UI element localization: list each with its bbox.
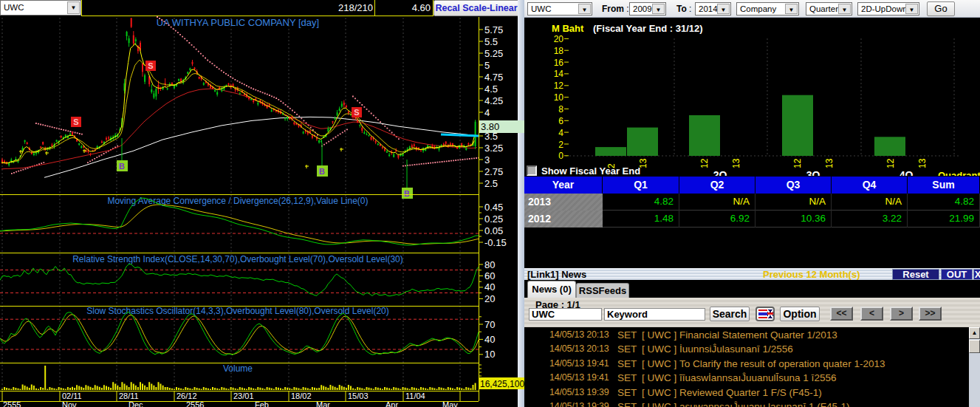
svg-text:4.5: 4.5: [484, 83, 498, 95]
svg-text:0.05: 0.05: [484, 225, 503, 236]
svg-text:Relative Strength Index(CLOSE,: Relative Strength Index(CLOSE,14,30,70),…: [72, 254, 403, 264]
svg-text:Volume: Volume: [223, 363, 253, 374]
svg-text:10: 10: [554, 92, 564, 103]
svg-text:2555: 2555: [3, 400, 21, 407]
svg-text:8: 8: [558, 104, 563, 114]
svg-text:Mar: Mar: [316, 400, 330, 407]
svg-text:12: 12: [792, 158, 803, 168]
svg-text:B: B: [319, 167, 325, 176]
svg-text:4: 4: [558, 128, 563, 138]
svg-text:11/04: 11/04: [405, 391, 425, 400]
svg-text:40: 40: [484, 334, 495, 345]
svg-text:2556: 2556: [186, 400, 204, 407]
svg-text:80: 80: [484, 259, 495, 270]
svg-text:2.5: 2.5: [484, 178, 498, 189]
svg-text:23/01: 23/01: [233, 391, 254, 400]
svg-text:3.25: 3.25: [484, 143, 503, 154]
svg-text:M Baht: M Baht: [552, 23, 584, 34]
svg-text:26/12: 26/12: [177, 391, 197, 400]
svg-text:3: 3: [484, 154, 490, 165]
svg-text:S: S: [354, 108, 359, 117]
svg-text:2.75: 2.75: [484, 166, 503, 177]
svg-text:13: 13: [824, 158, 835, 168]
svg-text:18: 18: [554, 46, 564, 56]
svg-text:5.5: 5.5: [484, 36, 498, 47]
svg-text:5: 5: [484, 60, 490, 71]
svg-text:Moving Average Convergence / D: Moving Average Convergence / Divergence(…: [107, 196, 368, 206]
svg-text:28/11: 28/11: [119, 391, 139, 400]
svg-text:13: 13: [917, 158, 928, 168]
svg-text:Quadrant: Quadrant: [938, 170, 980, 176]
svg-text:20: 20: [554, 34, 564, 44]
svg-text:-0.15: -0.15: [484, 237, 507, 248]
svg-text:4.75: 4.75: [484, 72, 503, 83]
svg-text:0.45: 0.45: [484, 202, 503, 213]
svg-text:5.75: 5.75: [484, 24, 503, 35]
svg-text:Dec: Dec: [129, 400, 143, 407]
svg-text:16: 16: [554, 58, 564, 68]
svg-text:16,425,100: 16,425,100: [480, 379, 524, 389]
svg-text:12: 12: [885, 158, 896, 168]
svg-text:4: 4: [484, 107, 490, 118]
svg-text:B: B: [119, 162, 125, 171]
svg-text:May: May: [442, 400, 458, 407]
svg-text:S: S: [148, 61, 153, 70]
svg-text:0.25: 0.25: [484, 213, 503, 225]
svg-text:4.25: 4.25: [484, 95, 503, 106]
svg-text:Nov: Nov: [62, 400, 77, 407]
svg-text:13: 13: [731, 158, 741, 168]
svg-text:5.25: 5.25: [484, 48, 503, 59]
svg-text:S: S: [73, 117, 78, 126]
svg-text:14: 14: [554, 69, 564, 79]
svg-text:UA WITHYA PUBLIC COMPANY [day]: UA WITHYA PUBLIC COMPANY [day]: [157, 17, 319, 28]
svg-text:10: 10: [484, 349, 495, 360]
svg-text:(Fiscal Year End : 31/12): (Fiscal Year End : 31/12): [593, 23, 703, 34]
svg-text:4Q: 4Q: [900, 169, 914, 176]
svg-text:B: B: [404, 189, 410, 198]
svg-text:12: 12: [699, 158, 710, 168]
svg-text:12: 12: [554, 81, 564, 91]
svg-text:70: 70: [484, 319, 495, 330]
svg-text:40: 40: [484, 281, 495, 293]
svg-text:Feb: Feb: [255, 400, 269, 407]
svg-text:18/02: 18/02: [291, 391, 312, 400]
svg-text:6: 6: [558, 116, 563, 126]
svg-text:Slow Stochastics Oscillator(14: Slow Stochastics Oscillator(14,3,3),Over…: [86, 306, 389, 316]
svg-text:2Q: 2Q: [713, 169, 727, 176]
svg-text:3.80: 3.80: [481, 121, 499, 132]
svg-text:60: 60: [484, 270, 495, 281]
svg-text:02/11: 02/11: [62, 391, 82, 400]
svg-text:Apr: Apr: [386, 400, 398, 407]
svg-text:2: 2: [558, 140, 563, 150]
svg-text:20: 20: [484, 293, 495, 304]
svg-text:3Q: 3Q: [806, 169, 820, 176]
svg-text:15/03: 15/03: [348, 391, 369, 400]
svg-text:0: 0: [558, 151, 563, 161]
